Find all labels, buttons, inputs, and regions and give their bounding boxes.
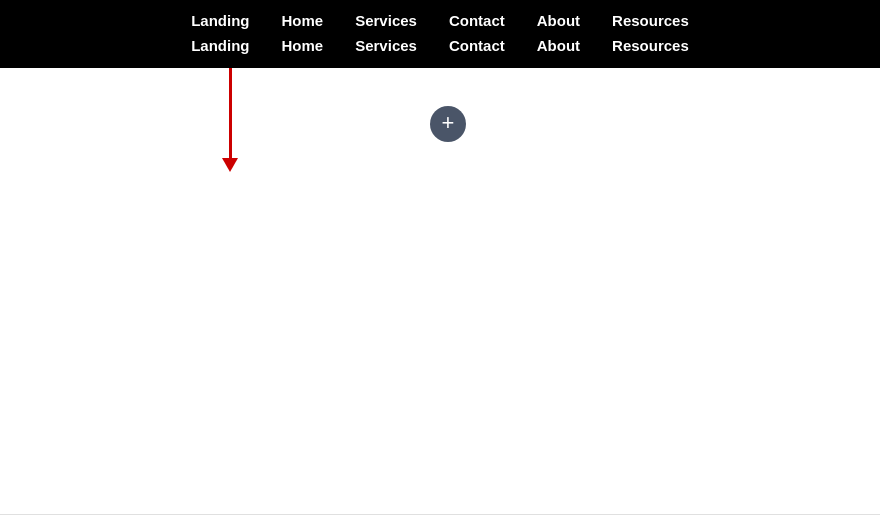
nav-row-2: Landing Home Services Contact About Reso… [175,33,705,58]
red-arrow [222,68,238,172]
content-area: + [0,68,880,515]
nav-services-2[interactable]: Services [339,33,433,58]
nav-landing-1[interactable]: Landing [175,8,265,33]
nav-home-1[interactable]: Home [266,8,340,33]
nav-resources-1[interactable]: Resources [596,8,705,33]
nav-about-2[interactable]: About [521,33,596,58]
divider [0,514,880,515]
nav-home-2[interactable]: Home [266,33,340,58]
nav-services-1[interactable]: Services [339,8,433,33]
nav-resources-2[interactable]: Resources [596,33,705,58]
navbar: Landing Home Services Contact About Reso… [0,0,880,68]
nav-row-1: Landing Home Services Contact About Reso… [175,8,705,33]
arrow-line [229,68,232,158]
arrow-head [222,158,238,172]
nav-about-1[interactable]: About [521,8,596,33]
nav-contact-2[interactable]: Contact [433,33,521,58]
nav-landing-2[interactable]: Landing [175,33,265,58]
nav-contact-1[interactable]: Contact [433,8,521,33]
plus-icon: + [442,112,455,134]
plus-button[interactable]: + [430,106,466,142]
